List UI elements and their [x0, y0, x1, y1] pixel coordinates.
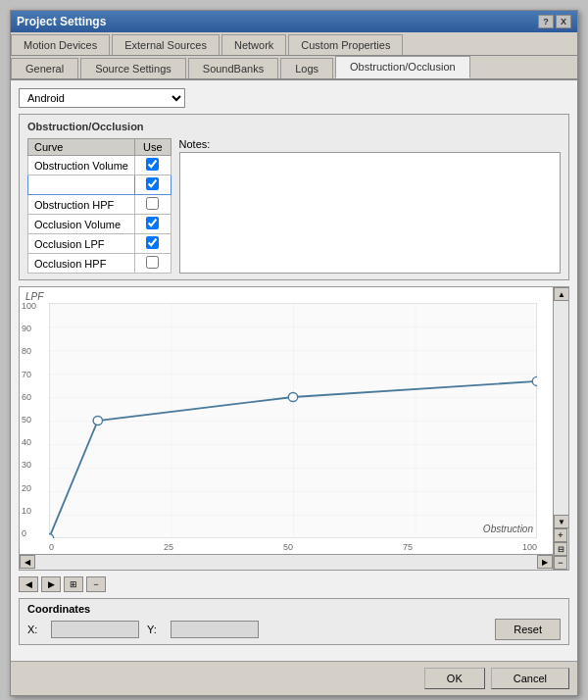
tab-row-2: General Source Settings SoundBanks Logs … [11, 56, 577, 80]
close-button[interactable]: X [556, 15, 571, 28]
svg-rect-4 [49, 303, 537, 538]
y-tick: 90 [22, 324, 49, 333]
tab-soundbanks[interactable]: SoundBanks [188, 58, 278, 78]
platform-dropdown-row: Android iOS PC Mac Xbox PS4 [19, 88, 569, 108]
notes-label: Notes: [179, 138, 561, 150]
use-checkbox[interactable] [146, 236, 159, 249]
title-bar-buttons: ? X [538, 15, 571, 28]
use-checkbox[interactable] [146, 217, 159, 229]
scroll-down-btn[interactable]: ▼ [554, 515, 569, 528]
table-row: Occlusion LPF [28, 234, 172, 254]
chart-svg [49, 303, 537, 538]
x-coord-label: X: [27, 624, 43, 635]
y-axis: 100 90 80 70 60 50 40 30 20 10 0 [22, 301, 49, 538]
content-area: Android iOS PC Mac Xbox PS4 Obstruction/… [11, 80, 577, 661]
y-tick: 80 [22, 346, 49, 356]
svg-point-8 [288, 392, 297, 401]
svg-point-9 [532, 376, 537, 385]
chart-scroll-vertical[interactable]: ▲ ▼ + ⊟ − [553, 287, 568, 570]
use-cell [135, 195, 172, 215]
x-tick: 25 [164, 542, 173, 552]
nav-minus-btn[interactable]: − [86, 576, 106, 592]
use-cell [135, 156, 172, 175]
chart-label-x: Obstruction [483, 524, 533, 534]
nav-prev-btn[interactable]: ◀ [19, 576, 38, 592]
y-tick: 40 [22, 437, 49, 447]
curve-name: Occlusion Volume [28, 215, 135, 234]
scroll-left-btn[interactable]: ◀ [20, 555, 35, 569]
use-cell [135, 215, 172, 234]
x-tick: 100 [522, 542, 537, 552]
tab-general[interactable]: General [11, 58, 78, 78]
platform-select[interactable]: Android iOS PC Mac Xbox PS4 [19, 88, 185, 108]
ok-button[interactable]: OK [424, 668, 485, 689]
use-cell [135, 254, 172, 274]
y-tick: 30 [22, 460, 49, 470]
scroll-right-btn[interactable]: ▶ [537, 555, 553, 569]
chart-inner: LPF [20, 287, 553, 554]
table-row: Occlusion HPF [28, 254, 172, 274]
use-cell [135, 234, 172, 254]
zoom-minus-btn[interactable]: − [554, 556, 567, 570]
coordinates-title: Coordinates [27, 603, 561, 615]
notes-scroll[interactable] [179, 152, 561, 274]
use-checkbox[interactable] [146, 256, 159, 269]
title-bar: Project Settings ? X [11, 11, 577, 32]
tab-row-1: Motion Devices External Sources Network … [11, 32, 577, 56]
curve-name: Obstruction HPF [28, 195, 135, 215]
curve-name: Obstruction LPF [28, 175, 135, 195]
help-button[interactable]: ? [538, 15, 554, 28]
nav-next-btn[interactable]: ▶ [41, 576, 61, 592]
table-row[interactable]: Obstruction LPF [28, 175, 172, 195]
chart-nav-row: ◀ ▶ ⊞ − [19, 576, 569, 592]
use-checkbox[interactable] [146, 197, 159, 210]
notes-area: Notes: [179, 138, 561, 274]
tab-network[interactable]: Network [221, 34, 286, 55]
nav-fit-btn[interactable]: ⊞ [64, 576, 83, 592]
dialog-footer: OK Cancel [11, 661, 577, 695]
scroll-up-btn[interactable]: ▲ [554, 287, 569, 301]
x-axis: 0 25 50 75 100 [49, 542, 537, 552]
dialog-title: Project Settings [17, 15, 106, 28]
x-tick: 0 [49, 542, 54, 552]
scroll-track-h[interactable] [35, 555, 537, 570]
table-row: Obstruction Volume [28, 156, 172, 175]
use-checkbox[interactable] [146, 158, 159, 171]
tab-obstruction-occlusion[interactable]: Obstruction/Occlusion [335, 56, 470, 78]
cancel-button[interactable]: Cancel [491, 668, 569, 689]
y-coord-label: Y: [147, 624, 163, 635]
curve-table-container: Curve Use Obstruction Volume Obstruction… [27, 138, 561, 274]
y-tick: 70 [22, 370, 49, 379]
tab-motion-devices[interactable]: Motion Devices [11, 34, 110, 55]
curve-name: Occlusion HPF [28, 254, 135, 274]
chart-scroll-horizontal[interactable]: ◀ ▶ [20, 554, 553, 570]
curve-table: Curve Use Obstruction Volume Obstruction… [27, 138, 172, 274]
svg-point-7 [93, 416, 102, 425]
project-settings-dialog: Project Settings ? X Motion Devices Exte… [10, 10, 578, 696]
zoom-plus-btn[interactable]: + [554, 528, 567, 542]
use-cell [135, 175, 172, 195]
group-box-title: Obstruction/Occlusion [27, 121, 561, 132]
y-coord-input[interactable] [171, 621, 259, 638]
curve-name: Obstruction Volume [28, 156, 135, 175]
use-checkbox[interactable] [146, 177, 159, 190]
x-coord-input[interactable] [51, 621, 139, 638]
tab-logs[interactable]: Logs [280, 58, 333, 78]
y-tick: 100 [22, 301, 49, 311]
obstruction-occlusion-group: Obstruction/Occlusion Curve Use [19, 114, 569, 280]
tab-custom-properties[interactable]: Custom Properties [288, 34, 403, 55]
y-tick: 50 [22, 415, 49, 425]
x-tick: 75 [403, 542, 413, 552]
curve-header: Curve [28, 139, 135, 156]
y-tick: 20 [22, 483, 49, 493]
y-tick: 0 [22, 528, 49, 538]
scroll-track-v[interactable] [554, 301, 568, 515]
reset-button[interactable]: Reset [495, 619, 561, 640]
x-tick: 50 [283, 542, 293, 552]
chart-container[interactable]: LPF [19, 286, 569, 571]
tab-source-settings[interactable]: Source Settings [80, 58, 186, 78]
use-header: Use [135, 139, 172, 156]
zoom-fit-btn[interactable]: ⊟ [554, 542, 567, 556]
coordinates-group: Coordinates X: Y: Reset [19, 598, 569, 645]
tab-external-sources[interactable]: External Sources [112, 34, 220, 55]
